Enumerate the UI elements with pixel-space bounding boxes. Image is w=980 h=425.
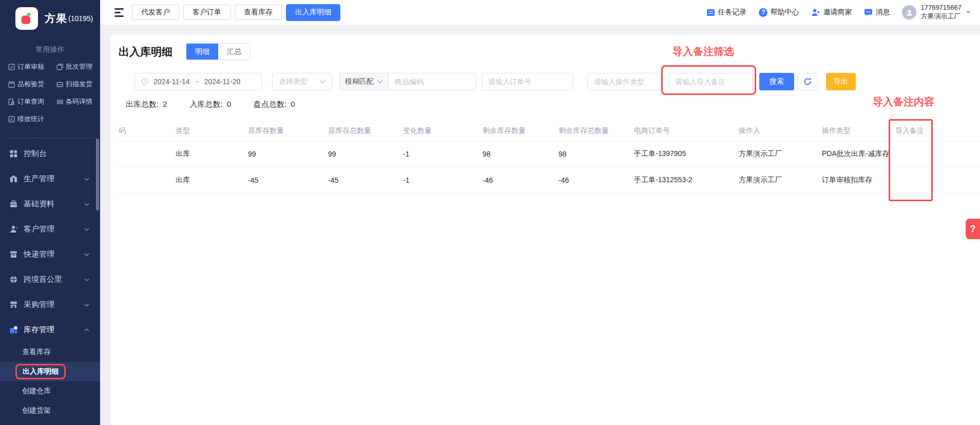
inventory-submenu: 查看库存 出入库明细 创建仓库 创建货架 — [0, 342, 100, 420]
stat-value: 0 — [227, 100, 231, 109]
chevron-down-icon — [84, 277, 90, 283]
cross-border-icon — [9, 275, 18, 284]
sidebar-menu: 控制台 生产管理 基础资料 客户管理 快递管理 — [0, 141, 100, 420]
caret-down-icon — [966, 10, 971, 14]
content-card: 出入库明细 明细 汇总 2024-11-14 ~ 2024-11-20 选择类型 — [110, 34, 980, 425]
type-select[interactable]: 选择类型 — [272, 73, 332, 90]
chevron-down-icon — [84, 226, 90, 233]
table-header-row: 码 类型 原库存数量 原库存总数量 变化数量 剩余库存数量 剩余库存总数量 电商… — [119, 121, 980, 141]
sidebar: 方果 (10195) 常用操作 订单审核 批次管理 品检验货 扫描发货 — [0, 0, 100, 425]
message-icon — [864, 8, 873, 16]
user-phone: 17769715667 — [920, 4, 962, 12]
batch-icon — [56, 64, 63, 70]
base-data-icon — [9, 200, 18, 208]
summary-stats: 出库总数:2 入库总数:0 盘点总数:0 — [126, 100, 980, 109]
quick-action-batch-manage[interactable]: 批次管理 — [56, 62, 100, 72]
user-info: 17769715667 方果演示工厂 — [920, 4, 962, 21]
chevron-up-icon — [84, 327, 90, 333]
user-menu[interactable]: 17769715667 方果演示工厂 — [902, 4, 971, 21]
avatar — [902, 5, 916, 20]
tab-view-stock[interactable]: 查看库存 — [235, 5, 282, 20]
chevron-down-icon — [84, 201, 90, 207]
sidebar-item-production[interactable]: 生产管理 — [0, 166, 100, 191]
chevron-down-icon — [320, 80, 325, 84]
date-separator: ~ — [195, 78, 199, 86]
app-name: 方果 — [45, 11, 67, 26]
order-search-icon — [8, 99, 15, 105]
express-icon — [9, 250, 18, 259]
app-logo[interactable]: 方果 (10195) — [0, 0, 100, 32]
search-button[interactable]: 搜索 — [759, 73, 794, 90]
match-mode-select[interactable]: 模糊匹配 — [339, 73, 388, 90]
operation-type-input[interactable] — [587, 73, 661, 90]
stat-value: 0 — [291, 100, 295, 109]
sidebar-subitem-inout-detail[interactable]: 出入库明细 — [0, 362, 100, 381]
quick-action-qc-inspect[interactable]: 品检验货 — [8, 79, 56, 89]
sidebar-item-customer[interactable]: 客户管理 — [0, 217, 100, 242]
table-row: 出库 99 99 -1 98 98 手工单-1397905 方果演示工厂 PDA… — [119, 141, 980, 167]
import-remark-input[interactable] — [668, 73, 753, 90]
production-icon — [9, 175, 18, 183]
sidebar-item-cross-border[interactable]: 跨境首公里 — [0, 267, 100, 292]
topbar: 代发客户 客户订单 查看库存 出入库明细 任务记录 ? 帮助中心 邀请商家 — [100, 0, 980, 25]
question-icon: ? — [759, 8, 767, 17]
user-company: 方果演示工厂 — [920, 12, 962, 21]
stat-value: 2 — [163, 100, 167, 109]
sku-input[interactable] — [388, 73, 476, 90]
sidebar-subitem-create-warehouse[interactable]: 创建仓库 — [0, 381, 100, 401]
inout-detail-table: 码 类型 原库存数量 原库存总数量 变化数量 剩余库存数量 剩余库存总数量 电商… — [119, 121, 980, 194]
annotation-submenu-red-ring: 出入库明细 — [15, 364, 66, 379]
sidebar-subitem-view-stock[interactable]: 查看库存 — [0, 342, 100, 362]
barcode-icon — [56, 99, 63, 105]
stat-outbound-total: 出库总数:2 — [126, 100, 167, 109]
bar-chart-icon — [8, 116, 15, 123]
sidebar-item-purchase[interactable]: 采购管理 — [0, 292, 100, 317]
sidebar-scrollbar-thumb[interactable] — [96, 139, 99, 210]
refresh-button[interactable] — [797, 73, 818, 90]
app-logo-icon — [15, 7, 38, 30]
package-icon — [8, 81, 15, 88]
task-record-button[interactable]: 任务记录 — [706, 8, 746, 17]
workspace-tabs: 代发客户 客户订单 查看库存 出入库明细 — [132, 4, 340, 21]
invite-merchant-button[interactable]: 邀请商家 — [811, 8, 852, 17]
stat-inbound-total: 入库总数:0 — [190, 100, 232, 109]
quick-action-order-review[interactable]: 订单审核 — [8, 62, 56, 72]
clock-icon — [141, 78, 148, 85]
quick-actions-title: 常用操作 — [0, 45, 100, 54]
sidebar-item-inventory[interactable]: 库存管理 — [0, 317, 100, 342]
tab-proxy-customers[interactable]: 代发客户 — [132, 5, 179, 20]
date-range-picker[interactable]: 2024-11-14 ~ 2024-11-20 — [134, 73, 262, 90]
topbar-utilities: 任务记录 ? 帮助中心 邀请商家 消息 — [706, 4, 971, 21]
customer-icon — [9, 225, 18, 234]
view-tab-summary[interactable]: 汇总 — [218, 44, 250, 60]
sidebar-subitem-create-shelf[interactable]: 创建货架 — [0, 401, 100, 420]
help-center-button[interactable]: ? 帮助中心 — [759, 8, 799, 17]
sidebar-item-base-data[interactable]: 基础资料 — [0, 191, 100, 217]
export-button[interactable]: 导出 — [826, 73, 856, 90]
collapse-menu-icon[interactable] — [114, 8, 124, 17]
page-title: 出入库明细 — [119, 45, 172, 59]
chevron-down-icon — [84, 252, 90, 258]
sidebar-divider — [6, 138, 94, 138]
quick-action-order-query[interactable]: 订单查询 — [8, 96, 56, 107]
inventory-icon — [9, 325, 18, 334]
quick-action-barcode-detail[interactable]: 条码详情 — [56, 96, 100, 107]
table-row: 出库 -45 -45 -1 -46 -46 手工单-1312553-2 方果演示… — [119, 167, 980, 194]
filter-toolbar: 2024-11-14 ~ 2024-11-20 选择类型 模糊匹配 — [134, 73, 980, 90]
view-tab-detail[interactable]: 明细 — [186, 44, 218, 60]
scan-icon — [56, 81, 63, 88]
chevron-down-icon — [84, 176, 90, 182]
view-toggle: 明细 汇总 — [186, 43, 251, 60]
sidebar-item-express[interactable]: 快递管理 — [0, 242, 100, 267]
help-floating-button[interactable]: ? — [966, 219, 980, 239]
tab-customer-orders[interactable]: 客户订单 — [183, 5, 230, 20]
messages-button[interactable]: 消息 — [864, 8, 890, 17]
sku-filter-group: 模糊匹配 — [339, 73, 476, 90]
quick-action-performance-stats[interactable]: 绩效统计 — [8, 114, 56, 124]
dashboard-icon — [9, 149, 18, 158]
tab-inout-detail[interactable]: 出入库明细 — [286, 4, 340, 21]
quick-action-scan-ship[interactable]: 扫描发货 — [56, 79, 100, 89]
stat-stocktake-total: 盘点总数:0 — [254, 100, 295, 109]
order-no-input[interactable] — [482, 73, 573, 90]
sidebar-item-dashboard[interactable]: 控制台 — [0, 141, 100, 166]
